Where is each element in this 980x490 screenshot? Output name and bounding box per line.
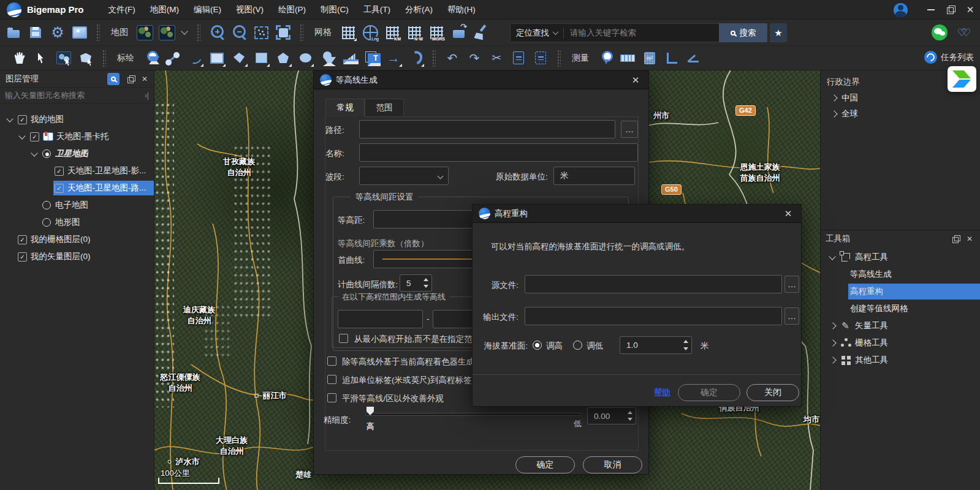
toolbox-group[interactable]: 高程工具 [821, 249, 980, 266]
chevron-down-icon[interactable] [4, 114, 17, 125]
wechat-icon[interactable] [932, 24, 948, 40]
layer-tree-item[interactable]: 地形图 [0, 214, 154, 231]
tab-常规[interactable]: 常规 [325, 99, 365, 117]
browse-source-button[interactable] [784, 276, 799, 293]
toolbox-group[interactable]: 矢量工具 [821, 317, 980, 334]
open-folder-icon[interactable] [5, 24, 22, 41]
search-mode-dropdown[interactable]: 定位查找 [511, 28, 563, 39]
layer-search-button[interactable] [107, 73, 120, 85]
source-unit-input[interactable]: 米 [553, 167, 635, 185]
tab-范围[interactable]: 范围 [365, 99, 404, 117]
clear-brush-icon[interactable] [472, 24, 489, 41]
option-checkbox[interactable] [327, 375, 336, 384]
menu-layout[interactable]: 制图(C) [313, 1, 356, 18]
draw-point-icon[interactable] [142, 50, 159, 67]
close-window-button[interactable]: ✕ [960, 0, 980, 20]
restore-button[interactable] [941, 0, 960, 20]
menu-draw[interactable]: 绘图(P) [271, 1, 313, 18]
select-by-polygon-icon[interactable] [77, 50, 94, 67]
draw-curve-icon[interactable] [186, 50, 203, 67]
select-region-icon[interactable] [253, 24, 270, 41]
grid-km-icon[interactable] [384, 24, 401, 41]
grid-icon[interactable] [340, 24, 357, 41]
grid-lng-lat-icon[interactable] [362, 24, 379, 41]
close-dialog-icon[interactable]: ✕ [629, 75, 642, 86]
name-input[interactable] [359, 143, 638, 162]
close-button[interactable]: 关闭 [746, 384, 799, 401]
menu-tools[interactable]: 工具(T) [356, 1, 398, 18]
menu-edit[interactable]: 编辑(E) [186, 1, 229, 18]
map-style-chevron-icon[interactable] [180, 24, 189, 41]
grid-nw-icon[interactable] [406, 24, 423, 41]
output-file-input[interactable] [525, 307, 782, 325]
precision-spinner[interactable]: 0.00 [587, 407, 636, 424]
range-start-checkbox[interactable] [339, 334, 348, 343]
collapse-icon[interactable]: ›| [145, 91, 149, 100]
draw-kite-icon[interactable] [230, 50, 248, 67]
full-extent-icon[interactable] [275, 24, 292, 41]
zoom-in-icon[interactable] [208, 24, 226, 41]
hearts-icon[interactable] [955, 24, 973, 41]
checkbox-icon[interactable] [53, 183, 66, 194]
checkbox-icon[interactable] [17, 234, 29, 245]
export-image-icon[interactable] [71, 24, 88, 41]
browse-output-button[interactable] [784, 307, 799, 325]
draw-arrow-icon[interactable] [385, 50, 402, 67]
help-link[interactable]: 帮助 [654, 387, 670, 398]
float-panel-icon[interactable] [951, 233, 962, 244]
measure-right-angle-icon[interactable] [663, 50, 680, 67]
menu-file[interactable]: 文件(F) [101, 1, 143, 18]
draw-polyline-icon[interactable] [164, 50, 181, 67]
radio-selected-icon[interactable] [41, 148, 53, 159]
user-avatar[interactable] [894, 3, 908, 17]
toolbox-group[interactable]: 其他工具 [821, 352, 980, 369]
radio-icon[interactable] [41, 217, 53, 228]
toolbox-item[interactable]: 等高线生成 [821, 266, 980, 283]
map-style-2-icon[interactable] [158, 24, 175, 41]
toolbox-item[interactable]: 高程重构 [821, 283, 980, 300]
spinner-arrows-icon[interactable] [682, 340, 689, 350]
checkbox-icon[interactable] [17, 251, 29, 262]
datum-value-spinner[interactable]: 1.0 [620, 336, 692, 354]
paste-style-icon[interactable] [532, 50, 549, 67]
browse-path-button[interactable] [621, 121, 638, 138]
task-list-button[interactable]: 任务列表 [924, 51, 974, 64]
layer-tree-item[interactable]: 电子地图 [0, 197, 154, 214]
minimize-button[interactable] [921, 0, 941, 20]
menu-analysis[interactable]: 分析(A) [398, 1, 440, 18]
toolbox-item[interactable]: 创建等值线网格 [821, 300, 980, 317]
index-interval-spinner[interactable]: 5 [400, 274, 432, 292]
menu-help[interactable]: 帮助(H) [440, 1, 483, 18]
save-icon[interactable] [27, 24, 44, 41]
draw-hook-icon[interactable] [407, 50, 424, 67]
cancel-button[interactable]: 取消 [583, 456, 642, 473]
grid-mgrs-icon[interactable] [428, 24, 445, 41]
measure-point-icon[interactable] [597, 50, 614, 67]
copy-style-icon[interactable] [510, 50, 527, 67]
option-checkbox[interactable] [327, 356, 336, 366]
ok-button[interactable]: 确定 [515, 456, 575, 473]
measure-area-icon[interactable] [641, 50, 658, 67]
option-checkbox[interactable] [327, 393, 336, 402]
ok-button[interactable]: 确定 [678, 384, 740, 401]
layer-tree-item[interactable]: 天地图-卫星地图-路... [0, 179, 154, 197]
chevron-down-icon[interactable] [29, 148, 41, 159]
redo-icon[interactable] [466, 50, 483, 67]
menu-view[interactable]: 视图(V) [229, 1, 271, 18]
layer-tree-item[interactable]: 天地图-卫星地图-影... [0, 162, 154, 179]
layer-tree-item[interactable]: 我的矢量图层(0) [0, 248, 154, 265]
close-panel-icon[interactable] [964, 233, 975, 244]
close-panel-icon[interactable] [139, 74, 150, 85]
menu-map[interactable]: 地图(M) [143, 1, 186, 18]
boundary-item-中国[interactable]: 中国 [821, 90, 980, 106]
undo-icon[interactable] [444, 50, 461, 67]
draw-pentagon-icon[interactable] [275, 50, 292, 67]
checkbox-icon[interactable] [53, 165, 66, 176]
layer-tree-item[interactable]: 我的地图 [0, 111, 154, 128]
band-select[interactable] [359, 167, 449, 185]
range-min-input[interactable] [338, 310, 423, 328]
search-input[interactable] [564, 28, 720, 37]
select-cursor-icon[interactable] [33, 50, 50, 67]
raise-radio[interactable] [533, 341, 542, 350]
draw-rectangle-icon[interactable] [208, 50, 226, 67]
